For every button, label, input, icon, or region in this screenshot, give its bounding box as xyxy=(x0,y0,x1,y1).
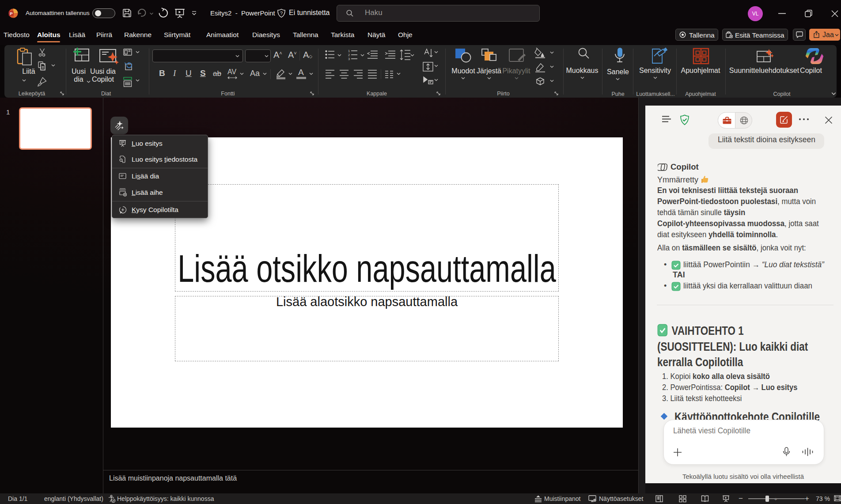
svg-text:?: ? xyxy=(280,11,283,16)
svg-text:2: 2 xyxy=(348,53,350,57)
svg-text:3: 3 xyxy=(348,57,350,61)
svg-text:1: 1 xyxy=(348,49,350,53)
svg-text:P: P xyxy=(10,11,13,16)
